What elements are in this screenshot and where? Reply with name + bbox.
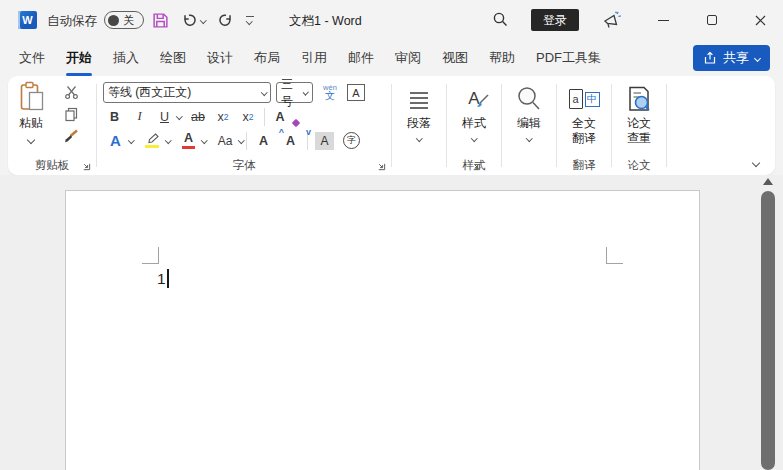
font-group-label: 字体 <box>97 156 391 175</box>
customize-qat-button[interactable] <box>246 8 254 32</box>
coming-soon-button[interactable] <box>601 9 623 31</box>
paper-check-button[interactable] <box>625 84 653 114</box>
tab-references[interactable]: 引用 <box>300 47 328 69</box>
find-magnifier-icon <box>516 86 542 112</box>
subscript-button[interactable]: x2 <box>211 106 236 127</box>
text-effects-button[interactable]: A <box>102 130 129 151</box>
enclose-characters-button[interactable]: 字 <box>338 130 365 151</box>
document-area: 1 <box>0 175 783 470</box>
paste-label: 粘贴 <box>19 115 43 132</box>
format-painter-button[interactable] <box>63 129 79 144</box>
maximize-icon <box>707 15 717 25</box>
highlight-button[interactable] <box>139 130 166 151</box>
format-painter-icon <box>63 129 79 144</box>
font-color-chevron-icon[interactable] <box>201 137 207 143</box>
tab-design[interactable]: 设计 <box>206 47 234 69</box>
underline-dropdown-chevron-icon[interactable] <box>176 113 182 119</box>
tab-mailings[interactable]: 邮件 <box>347 47 375 69</box>
undo-icon <box>181 12 197 28</box>
font-color-button[interactable]: A <box>175 130 202 151</box>
megaphone-icon <box>601 9 623 31</box>
clipboard-dialog-launcher[interactable] <box>82 162 91 171</box>
superscript-button[interactable]: x2 <box>236 106 261 127</box>
document-page[interactable] <box>65 190 700 470</box>
save-icon <box>152 12 169 29</box>
translate-group: a 中 全文 翻译 翻译 <box>557 76 611 175</box>
save-button[interactable] <box>152 8 169 32</box>
search-button[interactable] <box>492 11 509 28</box>
word-app-icon: W <box>18 11 37 29</box>
toggle-knob-icon <box>108 15 119 26</box>
tab-insert[interactable]: 插入 <box>112 47 140 69</box>
autosave-label: 自动保存 <box>47 13 97 30</box>
full-text-translate-button[interactable]: a 中 <box>569 84 600 114</box>
eraser-icon <box>291 119 299 127</box>
margin-cropmark-right <box>606 247 623 264</box>
document-text[interactable]: 1 <box>157 270 166 288</box>
translate-button-label[interactable]: 全文 翻译 <box>572 116 596 146</box>
caret-down-icon: v <box>306 127 311 137</box>
undo-button[interactable] <box>181 8 206 32</box>
styles-group[interactable]: A 样式 样式 <box>447 76 501 175</box>
change-case-button[interactable]: Aa <box>212 130 239 151</box>
tab-draw[interactable]: 绘图 <box>159 47 187 69</box>
cut-button[interactable] <box>64 85 79 100</box>
bold-button[interactable]: B <box>102 106 127 127</box>
brush-icon <box>474 93 490 109</box>
share-button[interactable]: 共享 <box>693 45 770 71</box>
tab-review[interactable]: 审阅 <box>394 47 422 69</box>
minimize-button[interactable] <box>652 10 674 30</box>
clipboard-group: 粘贴 <box>8 76 96 175</box>
italic-button[interactable]: I <box>127 106 152 127</box>
change-case-chevron-icon[interactable] <box>238 137 244 143</box>
font-size-combobox[interactable]: 三号 <box>276 82 313 103</box>
paste-icon <box>18 81 45 112</box>
styles-dialog-launcher[interactable] <box>472 162 481 171</box>
tab-pdf-tools[interactable]: PDF工具集 <box>535 47 602 69</box>
font-name-combobox[interactable]: 等线 (西文正文) <box>103 82 271 103</box>
tab-layout[interactable]: 布局 <box>253 47 281 69</box>
maximize-button[interactable] <box>701 10 723 30</box>
paste-dropdown-chevron-icon[interactable] <box>27 136 35 144</box>
grow-font-button[interactable]: A ^ <box>250 130 277 151</box>
search-icon <box>492 11 509 28</box>
collapse-ribbon-chevron-icon[interactable] <box>752 159 760 167</box>
redo-button[interactable] <box>218 8 234 32</box>
separator <box>264 108 265 126</box>
word-logo-letter: W <box>22 14 32 26</box>
signin-button[interactable]: 登录 <box>531 9 579 31</box>
strikethrough-button[interactable]: ab <box>186 106 211 127</box>
clear-formatting-button[interactable]: A <box>268 106 293 127</box>
font-dialog-launcher[interactable] <box>377 162 386 171</box>
paragraph-group[interactable]: 段落 <box>392 76 446 175</box>
copy-button[interactable] <box>64 107 79 122</box>
shrink-font-button[interactable]: A v <box>277 130 304 151</box>
underline-button[interactable]: U <box>152 106 177 127</box>
tab-file[interactable]: 文件 <box>18 47 46 69</box>
phonetic-guide-button[interactable]: wén 文 <box>318 84 342 102</box>
paper-check-button-label[interactable]: 论文 查重 <box>627 116 651 146</box>
translate-zh-icon: 中 <box>585 92 600 107</box>
editing-chevron-icon <box>526 135 532 141</box>
paper-group-label: 论文 <box>628 156 651 175</box>
undo-dropdown-chevron-icon[interactable] <box>200 17 206 23</box>
tab-home[interactable]: 开始 <box>65 47 93 69</box>
tab-view[interactable]: 视图 <box>441 47 469 69</box>
scrollbar-thumb[interactable] <box>761 191 775 470</box>
autosave-toggle[interactable]: 关 <box>104 11 144 29</box>
paper-check-group: 论文 查重 论文 <box>612 76 666 175</box>
character-border-button[interactable]: A <box>347 84 365 101</box>
text-effects-chevron-icon[interactable] <box>128 137 134 143</box>
styles-group-label: 样式 <box>463 156 486 175</box>
character-shading-button[interactable]: A <box>311 130 338 151</box>
paragraph-chevron-icon <box>416 135 422 141</box>
close-button[interactable] <box>749 10 771 30</box>
paste-button[interactable]: 粘贴 <box>8 81 54 144</box>
share-dropdown-chevron-icon[interactable] <box>754 54 761 61</box>
editing-group[interactable]: 编辑 <box>502 76 556 175</box>
scrollbar-up-arrow[interactable] <box>763 178 773 185</box>
tab-help[interactable]: 帮助 <box>488 47 516 69</box>
paragraph-lines-icon <box>408 90 430 109</box>
titlebar: W 自动保存 关 文档1 - Word <box>0 0 783 40</box>
highlight-chevron-icon[interactable] <box>165 137 171 143</box>
